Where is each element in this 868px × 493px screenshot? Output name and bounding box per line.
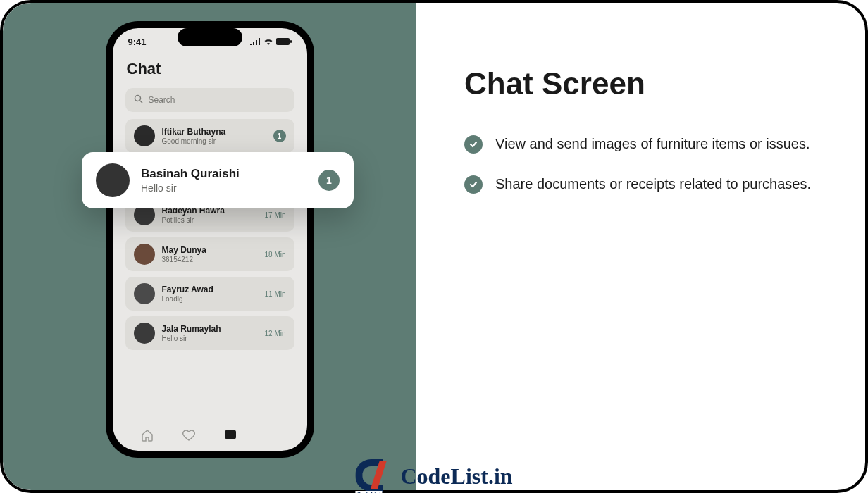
svg-line-3 [140, 101, 142, 103]
avatar [96, 163, 130, 197]
chat-time: 18 Min [264, 251, 285, 258]
feature-item: View and send images of furniture items … [464, 134, 823, 154]
chat-preview: Hello sir [162, 335, 258, 342]
section-title: Chat Screen [464, 66, 823, 101]
chat-preview: 36154212 [162, 256, 258, 263]
showcase-panel: 9:41 Chat [3, 3, 416, 490]
feature-item: Share documents or receipts related to p… [464, 174, 823, 194]
chat-item[interactable]: Jala RumaylahHello sir12 Min [125, 316, 294, 350]
search-placeholder: Search [149, 95, 175, 105]
chat-item[interactable]: Fayruz AwadLoadig11 Min [125, 277, 294, 311]
chat-name: Iftikar Buthayna [162, 127, 266, 137]
profile-icon[interactable] [265, 428, 279, 442]
check-icon [464, 175, 483, 194]
unread-badge: 1 [318, 170, 340, 191]
home-icon[interactable] [140, 428, 154, 442]
chat-preview: Hello sir [141, 182, 307, 194]
avatar [134, 283, 155, 304]
feature-text: View and send images of furniture items … [495, 134, 810, 154]
chat-time: 11 Min [264, 290, 285, 298]
chat-item[interactable]: May Dunya3615421218 Min [125, 237, 294, 271]
signal-icon [250, 37, 261, 47]
chat-preview: Good morning sir [162, 137, 266, 145]
phone-screen: 9:41 Chat [113, 28, 307, 451]
chat-name: Jala Rumaylah [162, 324, 258, 334]
bottom-nav [113, 420, 307, 451]
check-icon [464, 135, 483, 154]
chat-item[interactable]: Iftikar ButhaynaGood morning sir1 [125, 119, 294, 153]
svg-rect-0 [276, 38, 290, 45]
avatar [134, 125, 155, 146]
highlighted-chat-card[interactable]: Basinah Quraishi Hello sir 1 [82, 152, 354, 208]
chat-name: May Dunya [162, 245, 258, 255]
phone-mockup: 9:41 Chat [106, 21, 314, 458]
search-icon [134, 94, 143, 106]
description-panel: Chat Screen View and send images of furn… [416, 3, 865, 490]
feature-text: Share documents or receipts related to p… [495, 174, 811, 194]
status-time: 9:41 [128, 37, 147, 47]
phone-notch [178, 28, 242, 46]
page-title: Chat [113, 47, 307, 88]
chat-time: 12 Min [264, 330, 285, 337]
svg-rect-1 [290, 40, 292, 43]
heart-icon[interactable] [182, 428, 196, 442]
watermark: CodeList CodeList.in [355, 459, 512, 493]
avatar [134, 244, 155, 265]
wifi-icon [264, 37, 273, 47]
avatar [134, 323, 155, 344]
watermark-text: CodeList.in [400, 463, 512, 489]
unread-badge: 1 [273, 130, 286, 142]
svg-rect-4 [225, 430, 236, 439]
status-indicators [250, 37, 292, 47]
chat-name: Fayruz Awad [162, 285, 258, 294]
chat-name: Basinah Quraishi [141, 167, 307, 181]
chat-preview: Potilies sir [162, 216, 258, 224]
battery-icon [276, 37, 292, 47]
svg-point-2 [135, 96, 140, 101]
chat-time: 17 Min [264, 211, 285, 219]
search-input[interactable]: Search [125, 88, 294, 112]
chat-nav-icon[interactable] [223, 428, 237, 442]
watermark-logo-icon: CodeList [355, 459, 395, 493]
chat-preview: Loadig [162, 295, 258, 303]
